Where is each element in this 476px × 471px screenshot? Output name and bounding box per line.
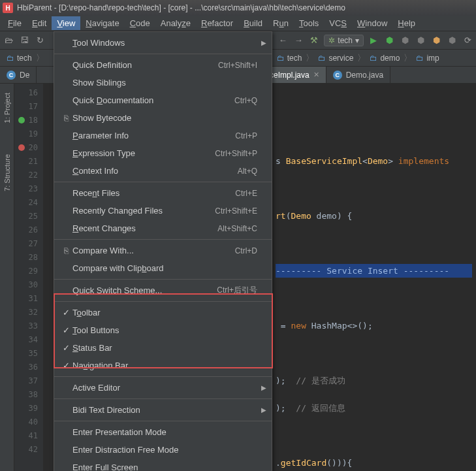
menu-parameter-info[interactable]: Parameter Info Ctrl+P (54, 127, 272, 144)
side-tab-structure[interactable]: 7: Structure (2, 152, 12, 194)
menu-compare-clipboard[interactable]: Compare with Clipboard (54, 259, 272, 277)
menu-navigation-bar-toggle[interactable]: ✓ Navigation Bar (54, 357, 272, 374)
gutter-line: 18 (14, 113, 43, 127)
folder-icon: 🗀 (277, 54, 285, 63)
check-icon: ✓ (59, 361, 72, 370)
gutter-line: 33 (14, 319, 43, 333)
folder-icon: 🗀 (370, 54, 377, 63)
editor-tab-0[interactable]: C De (0, 67, 37, 83)
title-file: ...\core\src\main\java\hbi\tech\service\… (195, 3, 345, 12)
menu-show-bytecode[interactable]: ⎘ Show Bytecode (54, 109, 272, 127)
check-icon: ✓ (59, 325, 72, 335)
coverage-icon[interactable]: ⬢ (399, 35, 411, 46)
menu-show-siblings[interactable]: Show Siblings (54, 74, 272, 91)
crumb-2[interactable]: 🗀service (314, 52, 357, 64)
menu-presentation-mode[interactable]: Enter Presentation Mode (54, 423, 272, 441)
menu-edit[interactable]: Edit (27, 16, 52, 30)
menu-quick-switch-scheme[interactable]: Quick Switch Scheme... Ctrl+后引号 (54, 282, 272, 299)
gutter-line: 32 (14, 305, 43, 319)
menu-refactor[interactable]: Refactor (196, 16, 238, 30)
hammer-icon[interactable]: ⚒ (308, 35, 320, 46)
title-bar: H HbiParent - [D:\repo-hand\repo-tech\te… (0, 0, 476, 16)
crumb-3[interactable]: 🗀demo (366, 52, 404, 64)
gutter-line: 30 (14, 278, 43, 291)
gutter-line: 24 (14, 195, 43, 209)
menu-recent-changes[interactable]: Recent Changes Alt+Shift+C (54, 219, 272, 237)
separator (54, 421, 272, 421)
tab-label: De (20, 71, 29, 80)
menu-vcs[interactable]: VCS (324, 16, 352, 30)
more-icon[interactable]: ⟳ (462, 35, 473, 46)
menu-quick-definition[interactable]: Quick Definition Ctrl+Shift+I (54, 56, 272, 74)
menu-help[interactable]: Help (392, 16, 420, 30)
gutter: 16 17 18 19 20 21 22 23 24 25 26 27 28 2… (14, 84, 43, 471)
side-tab-project[interactable]: 1: Project (2, 90, 12, 125)
gutter-line: 37 (14, 374, 43, 387)
menu-code[interactable]: Code (125, 16, 155, 30)
separator (54, 239, 272, 240)
gutter-line: 28 (14, 250, 43, 264)
gutter-line: 41 (14, 429, 43, 442)
save-icon[interactable]: 🖫 (18, 35, 30, 46)
chevron-down-icon: ▾ (355, 36, 359, 45)
menu-full-screen[interactable]: Enter Full Screen (54, 459, 272, 471)
close-icon[interactable]: ✕ (313, 71, 319, 79)
crumb-1[interactable]: 🗀tech (273, 52, 306, 64)
menu-run[interactable]: Run (268, 16, 294, 30)
menu-expression-type[interactable]: Expression Type Ctrl+Shift+P (54, 144, 272, 162)
menu-active-editor[interactable]: Active Editor ▶ (54, 379, 272, 397)
menu-file[interactable]: File (3, 16, 27, 30)
menu-context-info[interactable]: Context Info Alt+Q (54, 162, 272, 180)
menu-tool-buttons-toggle[interactable]: ✓ Tool Buttons (54, 321, 272, 339)
gutter-line: 34 (14, 333, 43, 346)
gutter-line: 29 (14, 264, 43, 278)
menu-bar: File Edit View Navigate Code Analyze Ref… (0, 16, 476, 31)
back-icon[interactable]: ← (277, 35, 289, 46)
folder-icon: 🗀 (7, 54, 14, 63)
refresh-icon[interactable]: ↻ (34, 35, 46, 46)
gutter-line: 36 (14, 360, 43, 374)
side-strip: 1: Project 7: Structure (0, 84, 14, 471)
menu-distraction-free-mode[interactable]: Enter Distraction Free Mode (54, 441, 272, 459)
menu-status-bar-toggle[interactable]: ✓ Status Bar (54, 339, 272, 357)
menu-recently-changed-files[interactable]: Recently Changed Files Ctrl+Shift+E (54, 202, 272, 219)
forward-icon[interactable]: → (293, 35, 304, 46)
menu-analyze[interactable]: Analyze (155, 16, 196, 30)
menu-quick-documentation[interactable]: Quick Documentation Ctrl+Q (54, 91, 272, 109)
menu-navigate[interactable]: Navigate (80, 16, 124, 30)
stop-icon[interactable]: ⬢ (446, 35, 458, 46)
menu-recent-files[interactable]: Recent Files Ctrl+E (54, 184, 272, 202)
submenu-arrow-icon: ▶ (261, 39, 266, 46)
menu-tool-windows[interactable]: Tool Windows ▶ (54, 34, 272, 52)
attach-icon[interactable]: ⬢ (430, 35, 442, 46)
menu-toolbar-toggle[interactable]: ✓ Toolbar (54, 304, 272, 321)
section-separator: --------- Service Insert --------- (276, 264, 472, 278)
gear-icon: ✲ (328, 36, 335, 45)
profile-icon[interactable]: ⬢ (415, 35, 426, 46)
separator (54, 182, 272, 182)
menu-compare-with[interactable]: ⎘ Compare With... Ctrl+D (54, 242, 272, 259)
menu-view[interactable]: View (52, 16, 80, 30)
gutter-line: 21 (14, 154, 43, 168)
gutter-line: 35 (14, 346, 43, 360)
gutter-line: 22 (14, 168, 43, 182)
gutter-line: 23 (14, 182, 43, 195)
crumb-4[interactable]: 🗀imp (412, 52, 443, 64)
gutter-line: 27 (14, 236, 43, 250)
menu-build[interactable]: Build (238, 16, 268, 30)
gutter-line: 42 (14, 442, 43, 456)
crumb-0[interactable]: 🗀tech (3, 52, 36, 64)
menu-tools[interactable]: Tools (294, 16, 324, 30)
run-config-selector[interactable]: ✲ tech ▾ (324, 35, 364, 46)
menu-bidi[interactable]: Bidi Text Direction ▶ (54, 401, 272, 419)
breakpoint-icon[interactable] (18, 144, 25, 151)
gutter-line: 31 (14, 291, 43, 305)
tab-label: Demo.java (346, 71, 383, 80)
debug-icon[interactable]: ⬢ (383, 35, 395, 46)
override-marker-icon[interactable] (18, 117, 25, 123)
editor-tab-2[interactable]: C Demo.java (326, 67, 390, 83)
menu-window[interactable]: Window (352, 16, 392, 30)
separator (54, 279, 272, 280)
run-icon[interactable]: ▶ (368, 35, 379, 46)
open-icon[interactable]: 🗁 (3, 35, 14, 46)
